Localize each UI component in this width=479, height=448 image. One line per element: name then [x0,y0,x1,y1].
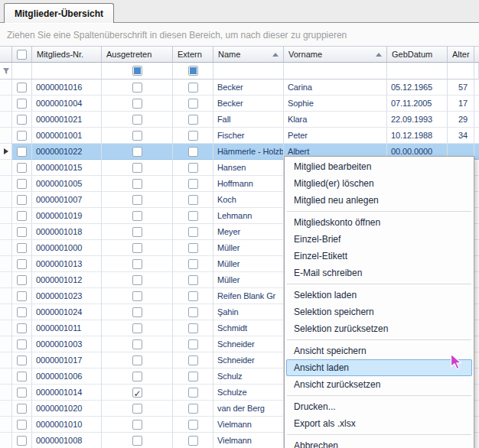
column-header-name[interactable]: Name [213,46,284,63]
cell-extern[interactable] [173,112,213,128]
cell-extern[interactable] [173,176,213,192]
extern-checkbox[interactable] [188,372,198,381]
context-menu-item[interactable]: Abbrechen [286,437,472,448]
column-header-gebdatum[interactable]: GebDatum [387,46,448,63]
row-select-checkbox[interactable] [17,291,27,301]
row-select-checkbox[interactable] [17,115,27,125]
table-row[interactable]: 0000001004 Becker Sophie 07.11.2005 17 [0,96,479,112]
row-select-cell[interactable] [12,192,32,208]
extern-checkbox[interactable] [188,323,198,333]
filter-alter[interactable] [448,63,474,80]
extern-checkbox[interactable] [188,275,198,285]
extern-checkbox[interactable] [188,99,198,109]
ausgetreten-checkbox[interactable] [132,436,142,446]
context-menu-item[interactable]: Export als .xlsx [286,415,472,432]
extern-checkbox[interactable] [188,339,198,349]
tab-mitglieder-uebersicht[interactable]: Mitglieder-Übersicht [4,3,114,23]
row-select-cell[interactable] [12,80,32,96]
cell-ausgetreten[interactable] [102,417,173,433]
cell-extern[interactable] [173,320,213,336]
extern-checkbox[interactable] [188,307,198,317]
extern-checkbox[interactable] [188,115,198,125]
ausgetreten-checkbox[interactable] [132,275,142,285]
row-select-checkbox[interactable] [17,99,27,109]
filter-ausgetreten[interactable] [102,63,173,80]
row-select-cell[interactable] [12,272,32,288]
extern-checkbox[interactable] [188,163,198,173]
context-menu-item[interactable]: Drucken... [286,398,472,415]
ausgetreten-checkbox[interactable] [132,211,142,221]
row-select-cell[interactable] [12,144,32,160]
ausgetreten-checkbox[interactable] [132,195,142,205]
row-select-checkbox[interactable] [17,420,27,430]
extern-checkbox[interactable] [188,404,198,414]
cell-extern[interactable] [173,272,213,288]
row-select-cell[interactable] [12,352,32,368]
extern-checkbox[interactable] [188,436,198,446]
row-select-checkbox[interactable] [17,372,27,381]
ausgetreten-checkbox[interactable] [132,388,142,398]
cell-ausgetreten[interactable] [102,272,173,288]
extern-checkbox[interactable] [188,83,198,93]
column-header-extern[interactable]: Extern [173,46,213,63]
column-header-mitglieds-nr[interactable]: Mitglieds-Nr. [32,46,102,63]
context-menu-item[interactable]: E-Mail schreiben [286,265,472,281]
cell-extern[interactable] [173,433,213,448]
row-select-checkbox[interactable] [17,147,27,157]
ausgetreten-checkbox[interactable] [132,243,142,253]
cell-ausgetreten[interactable] [102,240,173,256]
extern-checkbox[interactable] [188,195,198,205]
cell-extern[interactable] [173,352,213,368]
row-select-checkbox[interactable] [17,227,27,237]
column-header-vorname[interactable]: Vorname [284,46,387,63]
row-select-cell[interactable] [12,240,32,256]
cell-ausgetreten[interactable] [102,224,173,240]
filter-name[interactable] [213,63,284,80]
row-select-checkbox[interactable] [17,211,27,221]
extern-checkbox[interactable] [188,147,198,157]
row-select-cell[interactable] [12,368,32,385]
row-select-cell[interactable] [12,128,32,144]
ausgetreten-checkbox[interactable] [132,291,142,301]
cell-extern[interactable] [173,144,213,160]
row-select-cell[interactable] [12,385,32,401]
row-select-cell[interactable] [12,288,32,304]
filter-mitglieds-nr[interactable] [32,63,102,80]
table-row[interactable]: 0000001016 Becker Carina 05.12.1965 57 [0,80,479,96]
ausgetreten-checkbox[interactable] [132,163,142,173]
row-select-checkbox[interactable] [17,436,27,446]
context-menu-item[interactable]: Selektion zurücksetzen [286,320,472,337]
context-menu-item[interactable]: Selektion speichern [286,304,472,320]
row-select-checkbox[interactable] [17,83,27,93]
cell-ausgetreten[interactable] [102,433,173,448]
extern-checkbox[interactable] [188,179,198,189]
cell-extern[interactable] [173,385,213,401]
row-select-cell[interactable] [12,401,32,417]
extern-checkbox[interactable] [188,131,198,141]
row-select-cell[interactable] [12,417,32,433]
extern-checkbox[interactable] [188,420,198,430]
row-select-cell[interactable] [12,96,32,112]
cell-ausgetreten[interactable] [102,368,173,385]
cell-ausgetreten[interactable] [102,304,173,320]
row-select-checkbox[interactable] [17,388,27,398]
cell-ausgetreten[interactable] [102,192,173,208]
cell-ausgetreten[interactable] [102,288,173,304]
cell-extern[interactable] [173,401,213,417]
row-select-cell[interactable] [12,160,32,176]
extern-checkbox[interactable] [188,243,198,253]
row-select-checkbox[interactable] [17,404,27,414]
row-select-cell[interactable] [12,433,32,448]
context-menu-item[interactable]: Einzel-Etikett [286,248,472,265]
cell-ausgetreten[interactable] [102,320,173,336]
row-select-checkbox[interactable] [17,323,27,333]
row-select-cell[interactable] [12,176,32,192]
ausgetreten-checkbox[interactable] [132,404,142,414]
ausgetreten-checkbox[interactable] [132,323,142,333]
cell-ausgetreten[interactable] [102,352,173,368]
row-select-cell[interactable] [12,256,32,272]
extern-checkbox[interactable] [188,259,198,269]
cell-ausgetreten[interactable] [102,144,173,160]
cell-extern[interactable] [173,256,213,272]
ausgetreten-checkbox[interactable] [132,99,142,109]
